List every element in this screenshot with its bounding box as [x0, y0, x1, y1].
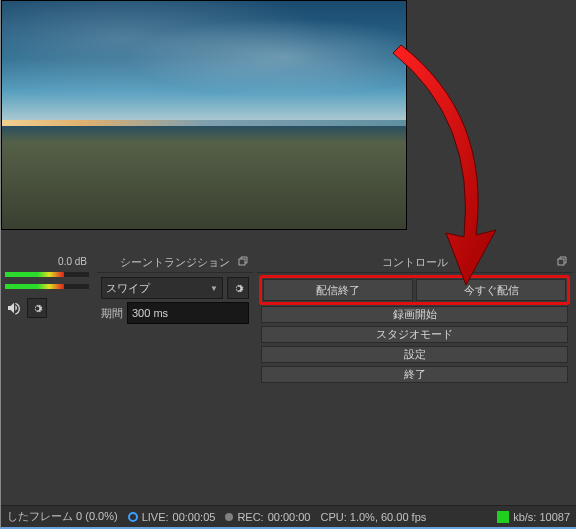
bitrate-status: kb/s: 10087	[497, 511, 570, 523]
stream-now-button[interactable]: 今すぐ配信	[416, 279, 566, 301]
chevron-down-icon: ▼	[210, 284, 218, 293]
studio-mode-button[interactable]: スタジオモード	[261, 326, 568, 343]
settings-button[interactable]: 設定	[261, 346, 568, 363]
svg-rect-1	[558, 259, 564, 265]
audio-meter	[5, 284, 89, 289]
live-indicator-icon	[128, 512, 138, 522]
panel-title: コントロール	[382, 255, 448, 270]
controls-panel: コントロール 配信終了 今すぐ配信 録画開始 スタジオモード 設定 終了	[257, 252, 572, 504]
duration-input[interactable]: 300 ms	[127, 302, 249, 324]
duration-value: 300 ms	[132, 307, 168, 319]
live-status: LIVE: 00:00:05	[128, 511, 216, 523]
cpu-fps: CPU: 1.0%, 60.00 fps	[320, 511, 426, 523]
rec-indicator-icon	[225, 513, 233, 521]
svg-rect-0	[239, 259, 245, 265]
transition-settings-gear-icon[interactable]	[227, 277, 249, 299]
stream-health-icon	[497, 511, 509, 523]
stop-streaming-button[interactable]: 配信終了	[263, 279, 413, 301]
status-bar: したフレーム 0 (0.0%) LIVE: 00:00:05 REC: 00:0…	[1, 505, 576, 527]
live-time: 00:00:05	[173, 511, 216, 523]
select-value: スワイプ	[106, 281, 150, 296]
exit-button[interactable]: 終了	[261, 366, 568, 383]
audio-level-db: 0.0 dB	[5, 256, 89, 267]
preview-area	[1, 0, 407, 230]
popout-icon[interactable]	[556, 255, 568, 267]
panel-title: シーントランジション	[120, 255, 230, 270]
panel-header-controls: コントロール	[257, 252, 572, 273]
app-window: 0.0 dB シーントランジション	[0, 0, 576, 529]
rec-time: 00:00:00	[268, 511, 311, 523]
panels-row: 0.0 dB シーントランジション	[1, 248, 576, 504]
audio-mixer-panel: 0.0 dB	[1, 252, 93, 504]
popout-icon[interactable]	[237, 255, 249, 267]
transition-effect-select[interactable]: スワイプ ▼	[101, 277, 223, 299]
speaker-icon[interactable]	[5, 299, 23, 317]
stream-buttons-highlight: 配信終了 今すぐ配信	[259, 275, 570, 305]
rec-label: REC:	[237, 511, 263, 523]
audio-settings-gear-icon[interactable]	[27, 298, 47, 318]
dropped-frames: したフレーム 0 (0.0%)	[7, 509, 118, 524]
duration-label: 期間	[101, 306, 123, 321]
audio-meter	[5, 272, 89, 277]
panel-header-transitions: シーントランジション	[97, 252, 253, 273]
live-label: LIVE:	[142, 511, 169, 523]
start-recording-button[interactable]: 録画開始	[261, 306, 568, 323]
rec-status: REC: 00:00:00	[225, 511, 310, 523]
bitrate-value: kb/s: 10087	[513, 511, 570, 523]
scene-transitions-panel: シーントランジション スワイプ ▼ 期間	[97, 252, 253, 504]
